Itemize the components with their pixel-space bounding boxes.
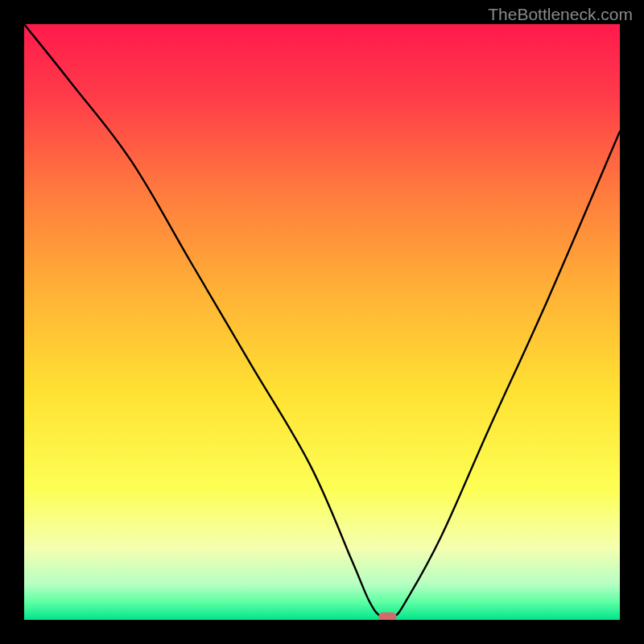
chart-svg [24,24,620,620]
credit-label: TheBottleneck.com [488,5,633,24]
optimal-point-marker [378,613,396,620]
chart-frame: TheBottleneck.com [0,0,644,644]
plot-area [24,24,620,620]
chart-background [24,24,620,620]
